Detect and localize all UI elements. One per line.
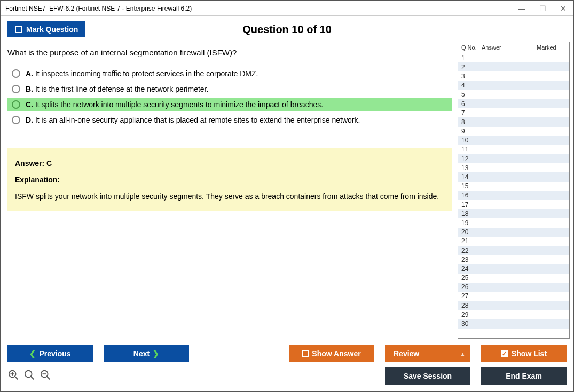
maximize-icon[interactable]: ☐ — [537, 4, 548, 13]
grid-cell-qno: 10 — [461, 137, 482, 144]
grid-row[interactable]: 20 — [458, 228, 569, 237]
option-c[interactable]: C. It splits the network into multiple s… — [7, 98, 452, 111]
previous-label: Previous — [39, 349, 70, 358]
chevron-up-icon: ▴ — [461, 351, 464, 357]
svg-point-4 — [25, 370, 32, 377]
grid-cell-qno: 21 — [461, 237, 482, 245]
grid-row[interactable]: 10 — [458, 136, 569, 145]
radio-icon — [12, 69, 20, 78]
option-d[interactable]: D. It is an all-in-one security applianc… — [7, 113, 452, 127]
grid-cell-qno: 17 — [461, 201, 482, 209]
grid-cell-qno: 16 — [461, 191, 482, 199]
review-label: Review — [394, 349, 419, 358]
grid-row[interactable]: 26 — [458, 283, 569, 292]
options-list: A. It inspects incoming traffic to prote… — [7, 67, 452, 127]
grid-row[interactable]: 22 — [458, 246, 569, 255]
svg-line-1 — [15, 376, 18, 379]
grid-row[interactable]: 1 — [458, 53, 569, 62]
grid-row[interactable]: 9 — [458, 127, 569, 136]
col-header-answer: Answer — [482, 44, 537, 51]
grid-row[interactable]: 18 — [458, 209, 569, 218]
save-session-button[interactable]: Save Session — [385, 367, 470, 385]
footer-row-1: ❮ Previous Next ❯ Show Answer Review ▴ ✓… — [7, 345, 567, 362]
close-icon[interactable]: ✕ — [558, 4, 569, 13]
option-text: D. It is an all-in-one security applianc… — [26, 116, 360, 124]
footer-row-2: Save Session End Exam — [7, 367, 567, 385]
grid-cell-qno: 15 — [461, 182, 482, 190]
grid-row[interactable]: 11 — [458, 145, 569, 154]
check-icon: ✓ — [501, 350, 508, 357]
show-answer-button[interactable]: Show Answer — [289, 345, 374, 362]
grid-cell-qno: 7 — [461, 109, 482, 117]
grid-cell-qno: 25 — [461, 274, 482, 282]
chevron-right-icon: ❯ — [153, 349, 159, 358]
grid-row[interactable]: 25 — [458, 274, 569, 283]
grid-row[interactable]: 6 — [458, 99, 569, 108]
grid-row[interactable]: 28 — [458, 301, 569, 310]
next-label: Next — [133, 349, 150, 358]
option-b[interactable]: B. It is the first line of defense at th… — [7, 82, 452, 96]
question-panel: What is the purpose of an internal segme… — [7, 42, 458, 339]
grid-row[interactable]: 15 — [458, 182, 569, 191]
grid-row[interactable]: 5 — [458, 90, 569, 99]
checkbox-icon — [15, 26, 22, 33]
grid-cell-qno: 22 — [461, 247, 482, 254]
grid-cell-qno: 8 — [461, 118, 482, 126]
grid-row[interactable]: 16 — [458, 191, 569, 200]
zoom-out-icon[interactable] — [40, 369, 51, 383]
app-window: Fortinet NSE7_EFW-6.2 (Fortinet NSE 7 - … — [0, 0, 574, 392]
grid-cell-qno: 9 — [461, 127, 482, 135]
grid-row[interactable]: 3 — [458, 71, 569, 81]
grid-cell-qno: 24 — [461, 265, 482, 273]
grid-row[interactable]: 19 — [458, 218, 569, 227]
grid-row[interactable]: 7 — [458, 108, 569, 117]
grid-row[interactable]: 12 — [458, 154, 569, 163]
grid-body[interactable]: 1234567891011121314151617181920212223242… — [458, 53, 569, 338]
grid-cell-qno: 14 — [461, 173, 482, 181]
titlebar: Fortinet NSE7_EFW-6.2 (Fortinet NSE 7 - … — [1, 1, 573, 16]
zoom-controls — [7, 369, 51, 383]
radio-icon — [12, 100, 20, 109]
end-exam-button[interactable]: End Exam — [481, 367, 567, 385]
end-exam-label: End Exam — [506, 372, 542, 380]
zoom-reset-icon[interactable] — [23, 369, 35, 383]
grid-row[interactable]: 17 — [458, 200, 569, 209]
grid-row[interactable]: 14 — [458, 172, 569, 181]
grid-cell-qno: 3 — [461, 73, 482, 80]
grid-cell-qno: 2 — [461, 63, 482, 71]
grid-row[interactable]: 30 — [458, 319, 569, 328]
minimize-icon[interactable]: — — [516, 4, 528, 13]
grid-row[interactable]: 23 — [458, 255, 569, 264]
grid-row[interactable]: 2 — [458, 62, 569, 71]
chevron-left-icon: ❮ — [29, 349, 36, 358]
grid-row[interactable]: 8 — [458, 117, 569, 126]
grid-cell-qno: 26 — [461, 283, 482, 291]
grid-row[interactable]: 21 — [458, 237, 569, 246]
grid-cell-qno: 12 — [461, 155, 482, 163]
grid-header: Q No. Answer Marked — [458, 42, 569, 53]
question-grid: Q No. Answer Marked 12345678910111213141… — [458, 42, 570, 339]
save-session-label: Save Session — [404, 372, 452, 380]
show-list-button[interactable]: ✓ Show List — [481, 345, 567, 362]
option-a[interactable]: A. It inspects incoming traffic to prote… — [7, 67, 452, 81]
review-button[interactable]: Review ▴ — [385, 345, 470, 362]
zoom-in-icon[interactable] — [7, 369, 19, 383]
grid-row[interactable]: 29 — [458, 310, 569, 319]
grid-cell-qno: 29 — [461, 311, 482, 318]
grid-cell-qno: 1 — [461, 54, 482, 62]
show-list-label: Show List — [512, 349, 547, 358]
option-text: A. It inspects incoming traffic to prote… — [26, 69, 258, 78]
grid-cell-qno: 30 — [461, 320, 482, 327]
grid-cell-qno: 11 — [461, 146, 482, 153]
grid-cell-qno: 18 — [461, 210, 482, 218]
grid-row[interactable]: 4 — [458, 81, 569, 90]
window-controls: — ☐ ✕ — [516, 4, 569, 13]
explanation-label: Explanation: — [15, 173, 445, 187]
grid-row[interactable]: 27 — [458, 292, 569, 301]
col-header-marked: Marked — [537, 44, 566, 51]
grid-row[interactable]: 13 — [458, 163, 569, 172]
previous-button[interactable]: ❮ Previous — [7, 345, 93, 362]
next-button[interactable]: Next ❯ — [104, 345, 189, 362]
mark-question-button[interactable]: Mark Question — [7, 21, 85, 37]
grid-row[interactable]: 24 — [458, 264, 569, 273]
